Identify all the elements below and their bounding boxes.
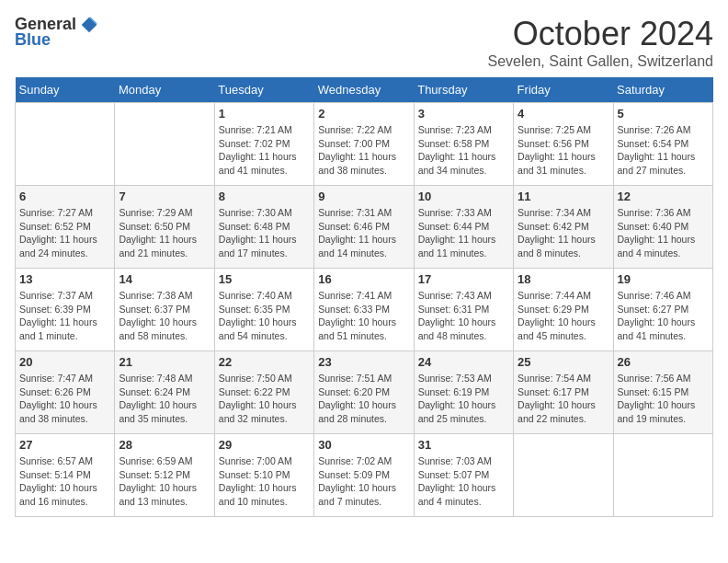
calendar-cell: 19Sunrise: 7:46 AMSunset: 6:27 PMDayligh… [613, 269, 712, 351]
day-number: 1 [219, 107, 310, 121]
calendar-cell: 12Sunrise: 7:36 AMSunset: 6:40 PMDayligh… [613, 186, 712, 269]
day-number: 13 [19, 272, 110, 286]
calendar-cell [16, 103, 115, 186]
svg-marker-0 [82, 17, 97, 32]
day-info: Sunrise: 7:02 AMSunset: 5:09 PMDaylight:… [318, 454, 409, 509]
day-info: Sunrise: 7:26 AMSunset: 6:54 PMDaylight:… [618, 123, 709, 178]
day-number: 28 [119, 438, 210, 452]
calendar-cell: 22Sunrise: 7:50 AMSunset: 6:22 PMDayligh… [214, 351, 313, 434]
calendar-cell: 27Sunrise: 6:57 AMSunset: 5:14 PMDayligh… [16, 434, 115, 517]
calendar-header-row: SundayMondayTuesdayWednesdayThursdayFrid… [16, 77, 713, 103]
logo-icon [80, 16, 98, 34]
location-title: Sevelen, Saint Gallen, Switzerland [488, 53, 713, 70]
day-info: Sunrise: 7:40 AMSunset: 6:35 PMDaylight:… [219, 289, 310, 343]
calendar-header-saturday: Saturday [613, 77, 712, 103]
calendar-table: SundayMondayTuesdayWednesdayThursdayFrid… [15, 77, 713, 517]
calendar-cell: 14Sunrise: 7:38 AMSunset: 6:37 PMDayligh… [115, 269, 214, 351]
day-info: Sunrise: 7:34 AMSunset: 6:42 PMDaylight:… [518, 206, 609, 260]
day-info: Sunrise: 7:51 AMSunset: 6:20 PMDaylight:… [318, 372, 409, 426]
calendar-cell: 21Sunrise: 7:48 AMSunset: 6:24 PMDayligh… [115, 351, 214, 434]
day-info: Sunrise: 7:41 AMSunset: 6:33 PMDaylight:… [318, 289, 409, 343]
day-number: 4 [518, 107, 609, 121]
calendar-header-thursday: Thursday [414, 77, 513, 103]
day-number: 31 [418, 438, 509, 452]
day-info: Sunrise: 7:47 AMSunset: 6:26 PMDaylight:… [19, 372, 110, 426]
calendar-cell: 6Sunrise: 7:27 AMSunset: 6:52 PMDaylight… [16, 186, 115, 269]
day-number: 15 [219, 272, 310, 286]
day-info: Sunrise: 7:27 AMSunset: 6:52 PMDaylight:… [19, 206, 110, 260]
day-number: 19 [618, 272, 709, 286]
day-info: Sunrise: 7:37 AMSunset: 6:39 PMDaylight:… [19, 289, 110, 343]
calendar-header-wednesday: Wednesday [314, 77, 414, 103]
calendar-cell: 23Sunrise: 7:51 AMSunset: 6:20 PMDayligh… [314, 351, 414, 434]
day-number: 20 [19, 355, 110, 369]
day-number: 14 [119, 272, 210, 286]
calendar-cell: 29Sunrise: 7:00 AMSunset: 5:10 PMDayligh… [214, 434, 313, 517]
day-info: Sunrise: 7:30 AMSunset: 6:48 PMDaylight:… [219, 206, 310, 260]
logo: General Blue [15, 15, 98, 50]
day-info: Sunrise: 7:29 AMSunset: 6:50 PMDaylight:… [119, 206, 210, 260]
calendar-cell [514, 434, 613, 517]
day-info: Sunrise: 7:44 AMSunset: 6:29 PMDaylight:… [518, 289, 609, 343]
calendar-header-monday: Monday [115, 77, 214, 103]
logo-blue-text: Blue [15, 30, 51, 50]
calendar-cell: 10Sunrise: 7:33 AMSunset: 6:44 PMDayligh… [414, 186, 513, 269]
day-number: 2 [318, 107, 409, 121]
calendar-cell: 24Sunrise: 7:53 AMSunset: 6:19 PMDayligh… [414, 351, 513, 434]
day-number: 23 [318, 355, 409, 369]
page-header: General Blue October 2024 Sevelen, Saint… [15, 15, 713, 70]
day-info: Sunrise: 7:53 AMSunset: 6:19 PMDaylight:… [418, 372, 509, 426]
calendar-cell: 28Sunrise: 6:59 AMSunset: 5:12 PMDayligh… [115, 434, 214, 517]
calendar-week-3: 13Sunrise: 7:37 AMSunset: 6:39 PMDayligh… [16, 269, 713, 351]
calendar-cell: 2Sunrise: 7:22 AMSunset: 7:00 PMDaylight… [314, 103, 414, 186]
title-section: October 2024 Sevelen, Saint Gallen, Swit… [488, 15, 713, 70]
day-number: 27 [19, 438, 110, 452]
day-info: Sunrise: 7:00 AMSunset: 5:10 PMDaylight:… [219, 454, 310, 509]
calendar-cell [613, 434, 712, 517]
day-info: Sunrise: 7:54 AMSunset: 6:17 PMDaylight:… [518, 372, 609, 426]
calendar-cell: 8Sunrise: 7:30 AMSunset: 6:48 PMDaylight… [214, 186, 313, 269]
day-info: Sunrise: 6:57 AMSunset: 5:14 PMDaylight:… [19, 454, 110, 509]
day-number: 3 [418, 107, 509, 121]
day-info: Sunrise: 6:59 AMSunset: 5:12 PMDaylight:… [119, 454, 210, 509]
calendar-cell: 9Sunrise: 7:31 AMSunset: 6:46 PMDaylight… [314, 186, 414, 269]
day-number: 12 [618, 190, 709, 203]
day-info: Sunrise: 7:33 AMSunset: 6:44 PMDaylight:… [418, 206, 509, 260]
day-number: 11 [518, 190, 609, 203]
day-number: 29 [219, 438, 310, 452]
calendar-cell [115, 103, 214, 186]
day-info: Sunrise: 7:43 AMSunset: 6:31 PMDaylight:… [418, 289, 509, 343]
day-info: Sunrise: 7:46 AMSunset: 6:27 PMDaylight:… [618, 289, 709, 343]
day-number: 18 [518, 272, 609, 286]
day-info: Sunrise: 7:22 AMSunset: 7:00 PMDaylight:… [318, 123, 409, 178]
day-info: Sunrise: 7:48 AMSunset: 6:24 PMDaylight:… [119, 372, 210, 426]
day-info: Sunrise: 7:31 AMSunset: 6:46 PMDaylight:… [318, 206, 409, 260]
day-number: 6 [19, 190, 110, 203]
calendar-cell: 25Sunrise: 7:54 AMSunset: 6:17 PMDayligh… [514, 351, 613, 434]
calendar-header-tuesday: Tuesday [214, 77, 313, 103]
calendar-cell: 7Sunrise: 7:29 AMSunset: 6:50 PMDaylight… [115, 186, 214, 269]
calendar-week-5: 27Sunrise: 6:57 AMSunset: 5:14 PMDayligh… [16, 434, 713, 517]
day-number: 22 [219, 355, 310, 369]
calendar-cell: 30Sunrise: 7:02 AMSunset: 5:09 PMDayligh… [314, 434, 414, 517]
day-number: 8 [219, 190, 310, 203]
day-number: 5 [618, 107, 709, 121]
day-number: 16 [318, 272, 409, 286]
day-number: 9 [318, 190, 409, 203]
calendar-cell: 3Sunrise: 7:23 AMSunset: 6:58 PMDaylight… [414, 103, 513, 186]
day-number: 21 [119, 355, 210, 369]
calendar-week-4: 20Sunrise: 7:47 AMSunset: 6:26 PMDayligh… [16, 351, 713, 434]
calendar-cell: 20Sunrise: 7:47 AMSunset: 6:26 PMDayligh… [16, 351, 115, 434]
calendar-cell: 31Sunrise: 7:03 AMSunset: 5:07 PMDayligh… [414, 434, 513, 517]
calendar-cell: 17Sunrise: 7:43 AMSunset: 6:31 PMDayligh… [414, 269, 513, 351]
calendar-cell: 16Sunrise: 7:41 AMSunset: 6:33 PMDayligh… [314, 269, 414, 351]
calendar-week-1: 1Sunrise: 7:21 AMSunset: 7:02 PMDaylight… [16, 103, 713, 186]
day-info: Sunrise: 7:56 AMSunset: 6:15 PMDaylight:… [618, 372, 709, 426]
day-info: Sunrise: 7:36 AMSunset: 6:40 PMDaylight:… [618, 206, 709, 260]
calendar-cell: 4Sunrise: 7:25 AMSunset: 6:56 PMDaylight… [514, 103, 613, 186]
day-number: 10 [418, 190, 509, 203]
day-number: 26 [618, 355, 709, 369]
calendar-cell: 5Sunrise: 7:26 AMSunset: 6:54 PMDaylight… [613, 103, 712, 186]
calendar-cell: 11Sunrise: 7:34 AMSunset: 6:42 PMDayligh… [514, 186, 613, 269]
day-info: Sunrise: 7:23 AMSunset: 6:58 PMDaylight:… [418, 123, 509, 178]
